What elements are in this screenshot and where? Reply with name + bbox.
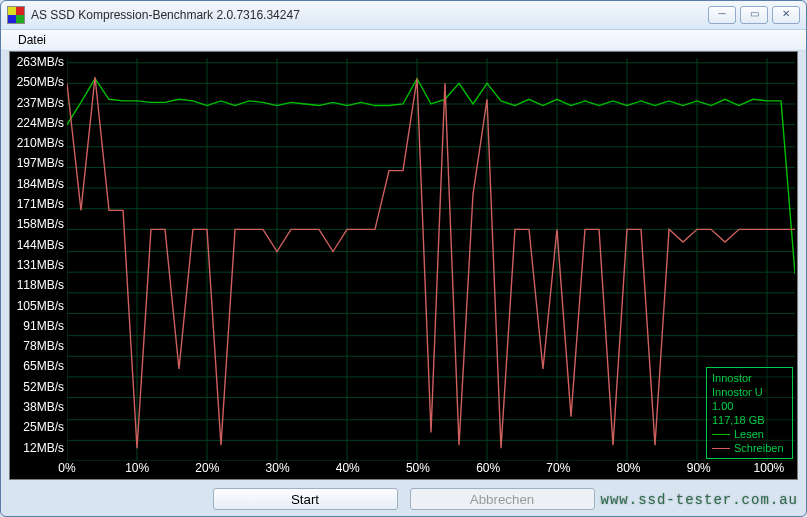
y-tick-label: 91MB/s [12, 320, 64, 340]
x-tick-label: 90% [687, 461, 711, 475]
x-tick-label: 30% [266, 461, 290, 475]
menu-file[interactable]: Datei [11, 32, 53, 48]
minimize-button[interactable]: ─ [708, 6, 736, 24]
y-tick-label: 184MB/s [12, 178, 64, 198]
x-tick-label: 20% [195, 461, 219, 475]
legend-read-swatch [712, 434, 730, 435]
x-tick-label: 50% [406, 461, 430, 475]
y-tick-label: 12MB/s [12, 442, 64, 462]
cancel-button: Abbrechen [410, 488, 595, 510]
y-tick-label: 237MB/s [12, 97, 64, 117]
y-tick-label: 250MB/s [12, 76, 64, 96]
y-tick-label: 131MB/s [12, 259, 64, 279]
y-tick-label: 25MB/s [12, 421, 64, 441]
y-tick-label: 65MB/s [12, 360, 64, 380]
legend-read-row: Lesen [712, 427, 787, 441]
y-tick-label: 144MB/s [12, 239, 64, 259]
legend-write-row: Schreiben [712, 441, 787, 455]
x-tick-label: 60% [476, 461, 500, 475]
chart-svg [67, 58, 795, 461]
maximize-button[interactable]: ▭ [740, 6, 768, 24]
window-buttons: ─ ▭ ✕ [708, 6, 800, 24]
y-tick-label: 38MB/s [12, 401, 64, 421]
x-tick-label: 10% [125, 461, 149, 475]
window-title: AS SSD Kompression-Benchmark 2.0.7316.34… [31, 8, 708, 22]
x-tick-label: 70% [546, 461, 570, 475]
x-tick-label: 100% [754, 461, 785, 475]
y-tick-label: 197MB/s [12, 157, 64, 177]
y-tick-label: 78MB/s [12, 340, 64, 360]
legend-write-swatch [712, 448, 730, 449]
y-tick-label: 105MB/s [12, 300, 64, 320]
x-tick-label: 40% [336, 461, 360, 475]
y-tick-label: 263MB/s [12, 56, 64, 76]
y-tick-label: 52MB/s [12, 381, 64, 401]
titlebar: AS SSD Kompression-Benchmark 2.0.7316.34… [1, 1, 806, 30]
menubar: Datei [1, 30, 806, 51]
legend-device: Innostor Innostor U [712, 371, 787, 399]
start-button[interactable]: Start [213, 488, 398, 510]
y-tick-label: 118MB/s [12, 279, 64, 299]
plot-area [67, 58, 795, 461]
chart-area: 263MB/s250MB/s237MB/s224MB/s210MB/s197MB… [9, 51, 798, 480]
y-axis-labels: 263MB/s250MB/s237MB/s224MB/s210MB/s197MB… [12, 56, 64, 462]
x-axis-labels: 0%10%20%30%40%50%60%70%80%90%100% [10, 461, 797, 477]
y-tick-label: 158MB/s [12, 218, 64, 238]
x-tick-label: 0% [58, 461, 75, 475]
close-button[interactable]: ✕ [772, 6, 800, 24]
y-tick-label: 210MB/s [12, 137, 64, 157]
y-tick-label: 171MB/s [12, 198, 64, 218]
legend-capacity: 117,18 GB [712, 413, 787, 427]
legend-box: Innostor Innostor U 1.00 117,18 GB Lesen… [706, 367, 793, 459]
y-tick-label: 224MB/s [12, 117, 64, 137]
x-tick-label: 80% [617, 461, 641, 475]
button-bar: Start Abbrechen [1, 488, 806, 510]
legend-write-label: Schreiben [734, 441, 784, 455]
legend-version: 1.00 [712, 399, 787, 413]
legend-read-label: Lesen [734, 427, 764, 441]
app-icon [7, 6, 25, 24]
